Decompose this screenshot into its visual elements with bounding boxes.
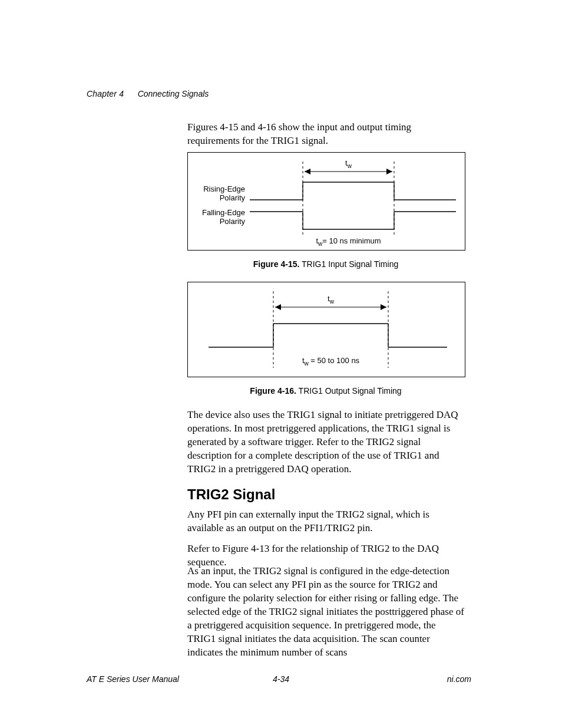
footer-center: 4-34 [0,674,562,684]
label-tw-2: tw [273,294,388,305]
page: Chapter 4 Connecting Signals Figures 4-1… [0,0,562,728]
paragraph-pretrigger: The device also uses the TRIG1 signal to… [187,409,464,476]
footer-right: ni.com [447,674,471,684]
figure-4-16-caption: Figure 4-16. TRIG1 Output Signal Timing [187,386,464,396]
label-falling-edge: Falling-Edge Polarity [188,209,245,226]
paragraph-trig2-intro: Any PFI pin can externally input the TRI… [187,508,464,535]
running-header: Chapter 4 Connecting Signals [87,89,209,98]
svg-marker-4 [386,169,392,174]
figure-4-15: Rising-Edge Polarity Falling-Edge Polari… [187,152,465,251]
section-heading-trig2: TRIG2 Signal [187,486,275,503]
paragraph-trig2-detail: As an input, the TRIG2 signal is configu… [187,565,464,660]
label-tw-note: tw= 10 ns minimum [303,236,394,247]
figure-4-15-caption: Figure 4-15. TRIG1 Input Signal Timing [187,259,464,269]
label-rising-edge: Rising-Edge Polarity [188,185,245,203]
svg-marker-9 [381,304,386,310]
svg-marker-3 [305,169,310,174]
chapter-title: Connecting Signals [138,89,209,98]
figure-4-16: tw tw = 50 to 100 ns [187,282,465,377]
label-tw-note-2: tw = 50 to 100 ns [273,356,388,367]
chapter-number: Chapter 4 [87,89,124,98]
svg-marker-8 [275,304,281,310]
label-tw: tw [303,159,394,169]
intro-paragraph: Figures 4-15 and 4-16 show the input and… [187,121,464,148]
